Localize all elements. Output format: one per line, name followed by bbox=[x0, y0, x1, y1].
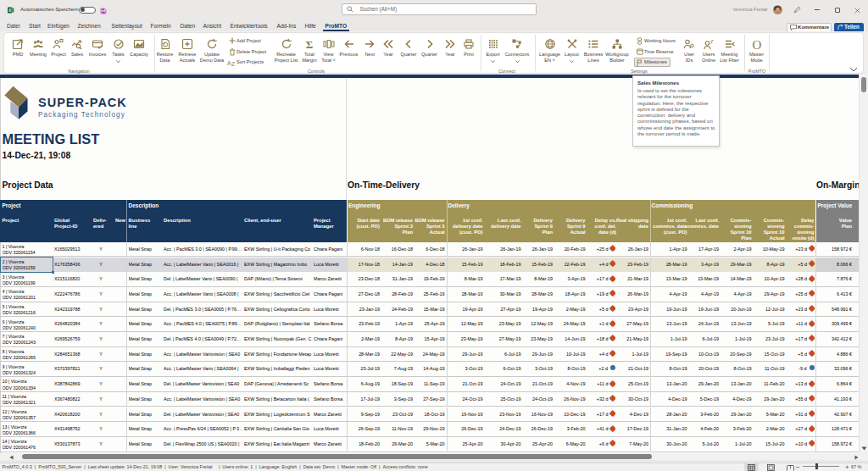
svg-text:Z: Z bbox=[231, 61, 236, 67]
svg-text:Packaging Technology: Packaging Technology bbox=[38, 111, 125, 119]
svg-text:Σ: Σ bbox=[306, 38, 314, 50]
svg-text:X: X bbox=[8, 8, 11, 13]
svg-text:SUPER-PACK: SUPER-PACK bbox=[38, 96, 127, 109]
svg-text:O: O bbox=[752, 38, 761, 50]
